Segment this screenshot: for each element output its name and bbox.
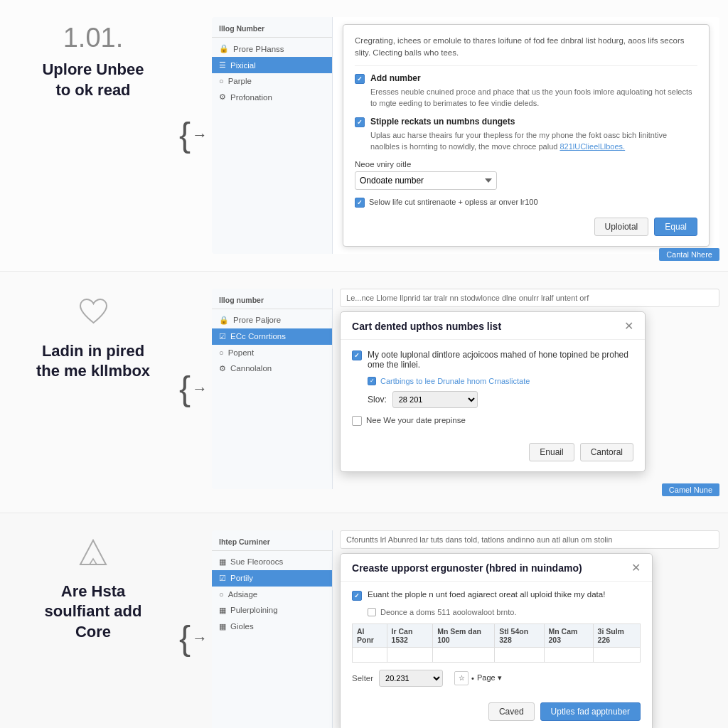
check-icon-s2-1: ☑ xyxy=(219,332,226,341)
section-3-check1-row: Euant the plople n unt foed agiarect ore… xyxy=(352,590,641,601)
table-cell xyxy=(353,647,387,662)
section-2-nav-item-0[interactable]: 🔒 Prore Paljore xyxy=(212,312,332,328)
section-2-icon xyxy=(77,296,109,333)
section-1-bottom-check-row: Selow life cut sntirenaote + opless ar o… xyxy=(355,197,697,208)
section-2-modal-check1[interactable] xyxy=(352,350,362,360)
section-1-check2-desc: Uplas auc harse theairs fur your theples… xyxy=(370,129,697,153)
section-1-link[interactable]: 821lUClieelLlboes. xyxy=(560,142,625,151)
col-header-2: Mn Sem dan 100 xyxy=(433,623,495,647)
section-2-modal-close[interactable]: ✕ xyxy=(624,321,633,332)
section-1-panel: Cregrating, ichees or emolule to thares … xyxy=(343,24,710,247)
table-cell xyxy=(593,647,640,662)
section-1-content: { → Illog Number 🔒 Prore PHanss ☰ Pixici… xyxy=(175,17,719,254)
table-cell xyxy=(433,647,495,662)
section-3-icon xyxy=(77,537,109,573)
section-3-title: Are Hsta soulfiant add Core xyxy=(45,582,142,643)
section-2-modal-check1-label: My oote luplonal dintlore acjoicoos mahe… xyxy=(368,350,633,370)
section-1-icon: 1.01. xyxy=(63,24,124,51)
section-3-check1[interactable] xyxy=(352,591,362,601)
section-1-buttons: Uploiotal Equal xyxy=(355,218,697,236)
section-1-bottom-check[interactable] xyxy=(355,198,365,208)
section-3-nav-item-2[interactable]: ○ Adsiage xyxy=(212,587,332,602)
section-1-check1-row: Add number Eresses neuble cnuined proce … xyxy=(355,73,697,109)
section-3-nav-item-0[interactable]: ▦ Sue Fleoroocs xyxy=(212,554,332,570)
section-1-nav-item-2[interactable]: ○ Parple xyxy=(212,73,332,89)
star-icon[interactable]: ☆ xyxy=(454,671,469,685)
section-2-select-row: Slov: 28 201 xyxy=(368,391,633,408)
section-2-cantoral-button[interactable]: Cantoral xyxy=(580,443,633,461)
equal-button[interactable]: Equal xyxy=(654,218,697,236)
section-3-saved-button[interactable]: Caved xyxy=(488,702,535,721)
section-3-check1-label: Euant the plople n unt foed agiarect ore… xyxy=(368,590,605,599)
section-2-nav-header: Illog number xyxy=(212,296,332,309)
section-1-check1-label: Add number xyxy=(370,73,697,83)
section-1-left: 1.01. Uplore Unbee to ok read xyxy=(11,17,175,100)
section-1-bottom-check-label: Selow life cut sntirenaote + opless ar o… xyxy=(369,198,538,206)
section-3-partial-text: Cforuntts lrl Abunred lar tuts dans told… xyxy=(340,530,719,549)
section-2-modal-select[interactable]: 28 201 xyxy=(392,391,478,408)
section-1-nav-item-1[interactable]: ☰ Pixicial xyxy=(212,57,332,73)
section-3-nav-item-1[interactable]: ☑ Portily xyxy=(212,570,332,587)
upload-button[interactable]: Uploiotal xyxy=(594,218,649,236)
section-1: 1.01. Uplore Unbee to ok read { → Illog … xyxy=(0,0,728,272)
table-cell xyxy=(387,647,433,662)
section-2-nav: Illog number 🔒 Prore Paljore ☑ ECc Cornr… xyxy=(212,289,333,489)
section-3-footer-select[interactable]: 20.231 xyxy=(379,670,443,687)
section-1-nav-label-2: Parple xyxy=(228,77,252,85)
section-2-content: { → Illog number 🔒 Prore Paljore ☑ ECc C… xyxy=(175,289,719,489)
section-2-bottom-check-row: Nee We your date prepinse xyxy=(352,415,633,426)
section-3-nav-item-3[interactable]: ▦ Pulerploining xyxy=(212,602,332,619)
section-2-email-button[interactable]: Enuail xyxy=(529,443,574,461)
section-2-nav-item-1[interactable]: ☑ ECc Cornrtions xyxy=(212,328,332,345)
lock-icon-s2-0: 🔒 xyxy=(219,316,229,325)
section-1-desc: Cregrating, ichees or emolule to thares … xyxy=(355,35,697,66)
grid-icon-s3-0: ▦ xyxy=(219,557,226,567)
page: 1.01. Uplore Unbee to ok read { → Illog … xyxy=(0,0,728,728)
section-1-select[interactable]: Ondoate number xyxy=(355,171,497,190)
section-3-nav-item-4[interactable]: ▦ Gioles xyxy=(212,619,332,635)
section-1-check2[interactable] xyxy=(355,117,365,127)
section-1-nav-label-0: Prore PHanss xyxy=(233,45,284,53)
page-label: Page ▾ xyxy=(477,673,502,682)
section-3-modal-footer: Caved Uptles fad apptnuber xyxy=(341,695,652,729)
section-3-content: { → Ihtep Curniner ▦ Sue Fleoroocs ☑ Por… xyxy=(175,530,719,729)
section-2-modal-title: Cart dented upthos numbes list xyxy=(352,321,501,332)
section-2-modal-sub-row: Cartbings to lee Drunale hnom Crnaslicta… xyxy=(368,377,633,385)
section-1-check1[interactable] xyxy=(355,74,365,84)
section-3-upload-button[interactable]: Uptles fad apptnuber xyxy=(540,702,641,721)
cog-icon-3: ⚙ xyxy=(219,92,226,102)
grid-icon-1: ☰ xyxy=(219,60,226,70)
section-2-modal-check1-row: My oote luplonal dintlore acjoicoos mahe… xyxy=(352,350,633,370)
section-3-nav-label-4: Gioles xyxy=(230,622,254,631)
section-2-modal-header: Cart dented upthos numbes list ✕ xyxy=(341,312,645,340)
section-2-modal-footer: Enuail Cantoral xyxy=(341,436,645,471)
lock-icon-0: 🔒 xyxy=(219,44,229,53)
section-2-partial-text: Le...nce Llome llpnrid tar tralr nn stod… xyxy=(340,289,719,307)
section-3-left: Are Hsta soulfiant add Core xyxy=(11,530,175,643)
section-3-sub-check[interactable] xyxy=(368,608,376,616)
section-2-sub-check-label: Cartbings to lee Drunale hnom Crnaslicta… xyxy=(380,377,530,385)
section-1-nav-item-3[interactable]: ⚙ Profonation xyxy=(212,89,332,105)
section-1-nav-label-3: Profonation xyxy=(230,93,272,102)
section-2-nav-item-3[interactable]: ⚙ Cannolalon xyxy=(212,360,332,377)
separator: • xyxy=(471,674,474,682)
section-2-bottom-check[interactable] xyxy=(352,416,362,426)
section-1-nav-item-0[interactable]: 🔒 Prore PHanss xyxy=(212,41,332,57)
section-2-sub-check[interactable] xyxy=(368,377,376,385)
section-3-table-footer: Selter 20.231 ☆ • Page ▾ xyxy=(352,670,641,687)
section-3-nav-label-2: Adsiage xyxy=(228,590,258,599)
section-1-check2-row: Stipple reckats un numbns dungets Uplas … xyxy=(355,117,697,153)
section-2-nav-item-2[interactable]: ○ Popent xyxy=(212,345,332,360)
section-3-modal-close[interactable]: ✕ xyxy=(631,562,641,574)
section-1-blue-tag[interactable]: Cantal Nhere xyxy=(659,248,719,261)
section-3-nav: Ihtep Curniner ▦ Sue Fleoroocs ☑ Portily… xyxy=(212,530,333,729)
col-header-1: Ir Can 1532 xyxy=(387,623,433,647)
section-3-nav-label-0: Sue Fleoroocs xyxy=(230,557,283,566)
grid-icon-s3-4: ▦ xyxy=(219,622,226,631)
section-3-nav-header: Ihtep Curniner xyxy=(212,537,332,551)
section-3-nav-label-3: Pulerploining xyxy=(230,606,278,614)
cog-icon-s2-3: ⚙ xyxy=(219,364,226,373)
section-3-footer-icons: ☆ • Page ▾ xyxy=(454,671,502,685)
section-2-blue-tag[interactable]: Camel Nune xyxy=(662,483,719,496)
section-2-modal: Cart dented upthos numbes list ✕ My oote… xyxy=(340,311,646,472)
